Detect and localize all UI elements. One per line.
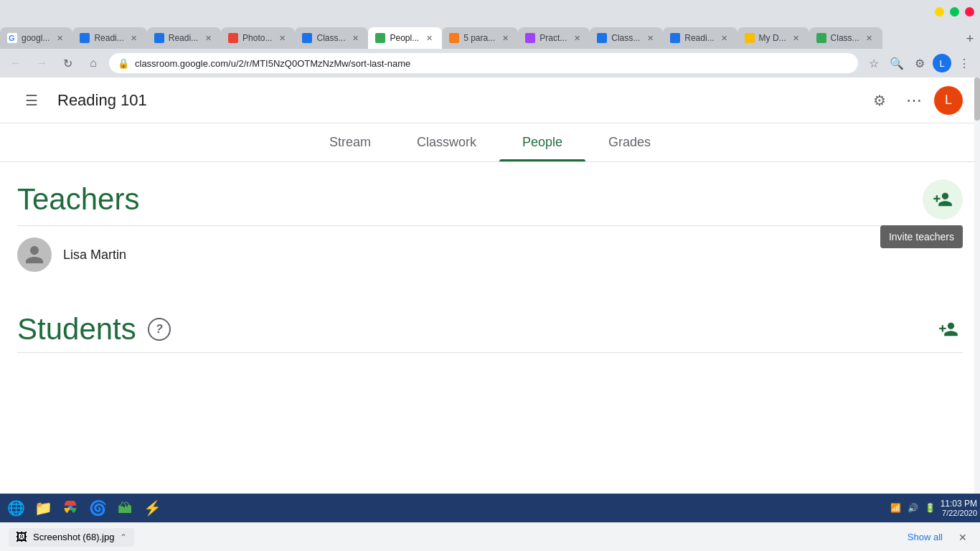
invite-teachers-button[interactable] [923, 179, 963, 220]
invite-teachers-tooltip: Invite teachers [880, 225, 963, 248]
tab-10[interactable]: Readi... ✕ [663, 27, 737, 49]
help-icon[interactable]: ? [148, 318, 171, 341]
favicon-10 [670, 33, 680, 43]
teachers-title: Teachers [17, 182, 139, 217]
taskbar-volume-icon[interactable]: 🔊 [906, 501, 920, 515]
taskbar-chrome-icon[interactable] [57, 495, 83, 521]
download-filename: Screenshot (68).jpg [33, 532, 114, 542]
tab-close-1[interactable]: ✕ [54, 32, 65, 44]
teachers-section-header: Teachers Invite teachers [17, 162, 963, 225]
profile-avatar-address[interactable]: L [933, 54, 951, 72]
tab-2[interactable]: Readi... ✕ [72, 27, 146, 49]
tab-container: G googl... ✕ Readi... ✕ Readi... ✕ Photo… [0, 27, 957, 49]
tab-close-6[interactable]: ✕ [423, 32, 435, 44]
tab-close-4[interactable]: ✕ [276, 32, 288, 44]
students-title: Students [17, 312, 136, 347]
taskbar-battery-icon[interactable]: 🔋 [923, 501, 938, 515]
hamburger-menu-button[interactable]: ☰ [17, 86, 46, 115]
taskbar-time: 11:03 PM 7/22/2020 [941, 499, 977, 517]
favicon-7 [449, 33, 459, 43]
tab-8[interactable]: Pract... ✕ [518, 27, 590, 49]
taskbar-folder-icon[interactable]: 📁 [30, 495, 56, 521]
window-controls [935, 7, 974, 17]
menu-button[interactable]: ⋮ [954, 53, 974, 73]
close-button[interactable] [965, 7, 974, 17]
tab-close-8[interactable]: ✕ [571, 32, 583, 44]
header-actions: ⚙ ⋯ L [865, 86, 963, 115]
taskbar-network-icon[interactable]: 📶 [889, 501, 903, 515]
page-title: Reading 101 [57, 91, 865, 110]
maximize-button[interactable] [950, 7, 959, 17]
favicon-2 [80, 33, 90, 43]
tab-close-7[interactable]: ✕ [499, 32, 511, 44]
taskbar-right: 📶 🔊 🔋 11:03 PM 7/22/2020 [889, 499, 977, 517]
show-all-button[interactable]: Show all [902, 529, 948, 545]
tab-12[interactable]: Class... ✕ [809, 27, 882, 49]
download-item[interactable]: 🖼 Screenshot (68).jpg ⌃ [9, 528, 134, 547]
tab-label-2: Readi... [94, 33, 123, 43]
tab-people[interactable]: People [499, 123, 585, 161]
favicon-12 [816, 33, 826, 43]
apps-icon: ⋯ [906, 91, 922, 110]
back-button[interactable]: ← [6, 53, 26, 73]
tab-4[interactable]: Photo... ✕ [221, 27, 295, 49]
forward-button[interactable]: → [32, 53, 52, 73]
invite-students-button[interactable] [934, 315, 963, 344]
app-content: ☰ Reading 101 ⚙ ⋯ L Stream Classwork Peo… [0, 77, 980, 551]
title-bar [0, 0, 980, 23]
apps-button[interactable]: ⋯ [900, 86, 928, 115]
scroll-thumb[interactable] [974, 77, 980, 121]
person-add-students-icon [938, 319, 958, 339]
scrollbar[interactable] [974, 77, 980, 551]
tab-stream[interactable]: Stream [306, 123, 394, 161]
lock-icon: 🔒 [118, 58, 129, 69]
favicon-9 [597, 33, 607, 43]
new-tab-button[interactable]: + [960, 29, 980, 49]
file-icon: 🖼 [16, 531, 27, 544]
tab-label-6: Peopl... [390, 33, 419, 43]
home-button[interactable]: ⌂ [83, 53, 103, 73]
tab-close-2[interactable]: ✕ [128, 32, 140, 44]
extensions-button[interactable]: ⚙ [910, 53, 930, 73]
tab-6[interactable]: Peopl... ✕ [368, 27, 442, 49]
taskbar-app5-icon[interactable]: 🏔 [112, 495, 138, 521]
taskbar: 🌐 📁 🌀 🏔 ⚡ 📶 🔊 🔋 11:03 PM 7/22 [0, 494, 980, 522]
tab-label-12: Class... [831, 33, 859, 43]
favicon-3 [154, 33, 164, 43]
tab-3[interactable]: Readi... ✕ [147, 27, 221, 49]
reload-button[interactable]: ↻ [57, 53, 77, 73]
minimize-button[interactable] [935, 7, 944, 17]
tab-label-8: Pract... [540, 33, 567, 43]
download-chevron-icon: ⌃ [120, 532, 127, 542]
tab-close-11[interactable]: ✕ [791, 32, 802, 44]
tab-close-3[interactable]: ✕ [202, 32, 214, 44]
taskbar-ie-icon[interactable]: 🌐 [3, 495, 29, 521]
taskbar-app6-icon[interactable]: ⚡ [139, 495, 165, 521]
taskbar-app4-icon[interactable]: 🌀 [85, 495, 110, 521]
tab-close-9[interactable]: ✕ [644, 32, 656, 44]
tab-7[interactable]: 5 para... ✕ [442, 27, 518, 49]
tab-9[interactable]: Class... ✕ [590, 27, 663, 49]
settings-button[interactable]: ⚙ [865, 86, 894, 115]
students-title-group: Students ? [17, 312, 171, 347]
bookmark-button[interactable]: ☆ [864, 53, 884, 73]
tab-1[interactable]: G googl... ✕ [0, 27, 72, 49]
students-section: Students ? [17, 283, 963, 353]
zoom-button[interactable]: 🔍 [887, 53, 907, 73]
tab-close-12[interactable]: ✕ [864, 32, 875, 44]
favicon-4 [228, 33, 238, 43]
address-bar: ← → ↻ ⌂ 🔒 classroom.google.com/u/2/r/MTI… [0, 49, 980, 77]
tab-close-10[interactable]: ✕ [719, 32, 730, 44]
tab-5[interactable]: Class... ✕ [295, 27, 368, 49]
tab-11[interactable]: My D... ✕ [738, 27, 809, 49]
url-bar[interactable]: 🔒 classroom.google.com/u/2/r/MTI5NzQ0OTM… [109, 53, 858, 73]
tab-classwork[interactable]: Classwork [394, 123, 499, 161]
profile-avatar[interactable]: L [934, 86, 963, 115]
tab-grades[interactable]: Grades [585, 123, 674, 161]
address-right-controls: ☆ 🔍 ⚙ L ⋮ [864, 53, 974, 73]
downloads-close-button[interactable]: ✕ [954, 529, 971, 546]
tab-label-3: Readi... [169, 33, 198, 43]
tab-close-5[interactable]: ✕ [349, 32, 361, 44]
favicon-5 [302, 33, 312, 43]
favicon-6 [375, 33, 385, 43]
